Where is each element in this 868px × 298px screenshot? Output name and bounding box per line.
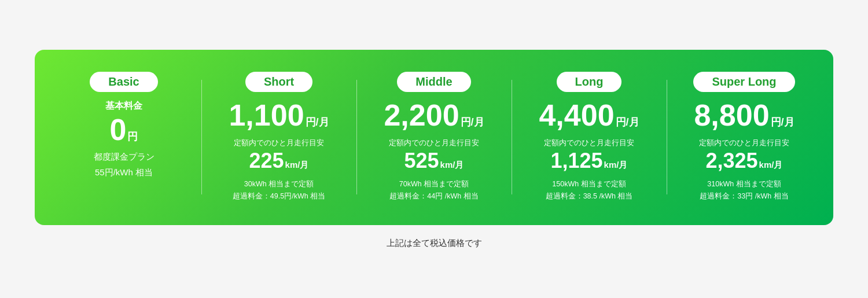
middle-km-prefix: 定額内でのひと月走行目安 — [389, 137, 479, 149]
plan-basic: Basic 基本料金 0 円 都度課金プラン 55円/kWh 相当 — [46, 66, 201, 209]
long-price-main: 4,400 円/月 — [539, 100, 639, 130]
short-km-value: 225 — [249, 150, 284, 171]
long-km-prefix: 定額内でのひと月走行目安 — [544, 137, 634, 149]
plan-middle: Middle 2,200 円/月 定額内でのひと月走行目安 525 km/月 7… — [356, 66, 512, 209]
basic-sub2: 55円/kWh 相当 — [95, 167, 153, 178]
middle-note: 70kWh 相当まで定額 超過料金：44円 /kWh 相当 — [389, 178, 478, 203]
long-note: 150kWh 相当まで定額 超過料金：38.5 /kWh 相当 — [546, 178, 633, 203]
basic-sub1: 都度課金プラン — [94, 152, 155, 163]
middle-km-value: 525 — [404, 150, 439, 171]
long-price-value: 4,400 — [539, 100, 614, 130]
super-long-km-row: 2,325 km/月 — [706, 150, 783, 171]
long-km-unit: km/月 — [604, 160, 628, 171]
plan-short: Short 1,100 円/月 定額内でのひと月走行目安 225 km/月 30… — [201, 66, 356, 209]
basic-price-section: 基本料金 0 円 都度課金プラン 55円/kWh 相当 — [94, 100, 155, 178]
plan-label-super-long: Super Long — [693, 72, 795, 92]
super-long-note: 310kWh 相当まで定額 超過料金：33円 /kWh 相当 — [700, 178, 788, 203]
short-price-unit: 円/月 — [306, 115, 329, 129]
long-km-value: 1,125 — [551, 150, 603, 171]
plan-label-long: Long — [557, 72, 622, 92]
middle-km-unit: km/月 — [440, 160, 464, 171]
super-long-km-unit: km/月 — [759, 160, 783, 171]
middle-price-unit: 円/月 — [461, 115, 484, 129]
basic-price-value: 0 — [110, 115, 127, 145]
long-price-unit: 円/月 — [616, 115, 639, 129]
plan-label-basic: Basic — [90, 72, 157, 92]
middle-price-value: 2,200 — [384, 100, 459, 130]
plan-super-long: Super Long 8,800 円/月 定額内でのひと月走行目安 2,325 … — [667, 66, 822, 209]
footer-note: 上記は全て税込価格です — [387, 238, 482, 249]
plan-label-short: Short — [245, 72, 312, 92]
super-long-price-value: 8,800 — [694, 100, 769, 130]
short-km-prefix: 定額内でのひと月走行目安 — [234, 137, 324, 149]
short-km-unit: km/月 — [285, 160, 309, 171]
super-long-price-unit: 円/月 — [771, 115, 795, 129]
plan-label-middle: Middle — [397, 72, 470, 92]
super-long-price-main: 8,800 円/月 — [694, 100, 794, 130]
long-km-row: 1,125 km/月 — [551, 150, 628, 171]
middle-price-main: 2,200 円/月 — [384, 100, 484, 130]
short-price-value: 1,100 — [229, 100, 304, 130]
pricing-card: Basic 基本料金 0 円 都度課金プラン 55円/kWh 相当 Short … — [35, 50, 833, 225]
short-note: 30kWh 相当まで定額 超過料金：49.5円/kWh 相当 — [233, 178, 325, 203]
super-long-km-value: 2,325 — [706, 150, 758, 171]
middle-km-row: 525 km/月 — [404, 150, 464, 171]
plan-long: Long 4,400 円/月 定額内でのひと月走行目安 1,125 km/月 1… — [512, 66, 667, 209]
basic-prefix: 基本料金 — [105, 100, 142, 112]
basic-price-yen: 円 — [127, 130, 138, 144]
super-long-km-prefix: 定額内でのひと月走行目安 — [699, 137, 789, 149]
short-price-main: 1,100 円/月 — [229, 100, 329, 130]
short-km-row: 225 km/月 — [249, 150, 309, 171]
